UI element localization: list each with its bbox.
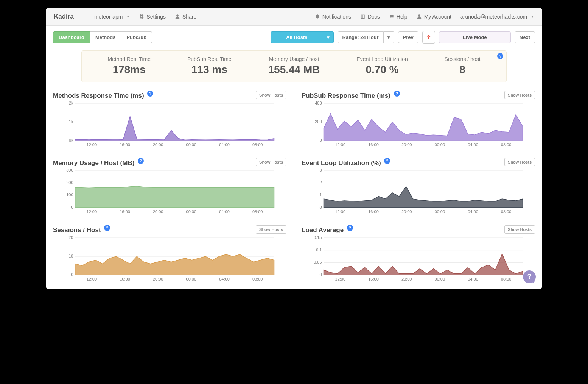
notifications-link[interactable]: Notifications [315,14,351,20]
summary-help-icon[interactable]: ? [497,53,503,59]
svg-text:12:00: 12:00 [335,209,346,214]
svg-text:12:00: 12:00 [335,277,346,281]
share-link[interactable]: Share [175,14,196,20]
summary-label: PubSub Res. Time [187,56,232,62]
svg-text:16:00: 16:00 [368,277,379,281]
help-link[interactable]: Help [389,14,408,20]
svg-text:0: 0 [319,205,322,209]
svg-text:12:00: 12:00 [87,142,97,147]
chart-pubsub: PubSub Response Time (ms) ? Show Hosts 0… [302,91,535,147]
chart-svg: 00.050.10.1512:0016:0020:0000:0004:0008:… [302,236,535,282]
svg-text:08:00: 08:00 [252,277,263,281]
charts-grid: Methods Response Time (ms) ? Show Hosts … [53,91,535,282]
svg-text:20:00: 20:00 [153,277,163,281]
svg-text:20:00: 20:00 [401,142,412,147]
show-hosts-button[interactable]: Show Hosts [256,225,286,234]
svg-text:20: 20 [68,235,73,240]
svg-text:1: 1 [319,193,322,197]
user-icon [175,14,180,19]
svg-text:2: 2 [319,180,322,185]
svg-text:00:00: 00:00 [186,142,197,147]
svg-text:20:00: 20:00 [401,209,412,214]
svg-text:16:00: 16:00 [120,142,130,147]
user-icon [417,14,422,19]
svg-text:04:00: 04:00 [468,277,478,281]
help-icon[interactable]: ? [384,158,390,164]
range-button[interactable]: Range: 24 Hour [338,31,384,43]
svg-text:300: 300 [66,168,73,172]
summary-value: 0.70 % [356,64,408,76]
host-dropdown[interactable]: ▾ [323,31,334,43]
help-icon[interactable]: ? [347,225,353,231]
svg-text:20:00: 20:00 [401,277,412,281]
settings-link[interactable]: Settings [139,14,166,20]
show-hosts-button[interactable]: Show Hosts [504,225,535,234]
help-icon[interactable]: ? [104,225,110,231]
app-selector[interactable]: meteor-apm▼ [94,14,130,20]
range-dropdown[interactable]: ▾ [384,31,394,43]
svg-text:16:00: 16:00 [368,209,379,214]
svg-text:04:00: 04:00 [468,142,478,147]
summary-value: 8 [445,64,481,76]
tab-pubsub[interactable]: Pub/Sub [121,31,152,43]
svg-text:0: 0 [319,272,322,277]
docs-link[interactable]: Docs [360,14,380,20]
svg-text:0: 0 [71,272,73,277]
chart-svg: 012312:0016:0020:0000:0004:0008:00 [302,169,535,214]
host-selector[interactable]: All Hosts ▾ [271,31,333,43]
show-hosts-button[interactable]: Show Hosts [256,158,286,166]
svg-text:20:00: 20:00 [153,209,163,214]
svg-text:04:00: 04:00 [219,142,230,147]
tabbar: Dashboard Methods Pub/Sub All Hosts ▾ Ra… [53,31,535,44]
svg-text:12:00: 12:00 [87,209,97,214]
svg-text:200: 200 [66,180,73,185]
svg-text:08:00: 08:00 [252,142,263,147]
user-menu[interactable]: arunoda@meteorhacks.com▼ [460,14,534,20]
summary-bar: ? Method Res. Time178ms PubSub Res. Time… [81,50,507,82]
help-icon[interactable]: ? [394,91,400,97]
svg-text:20:00: 20:00 [153,142,163,147]
help-icon[interactable]: ? [147,91,153,97]
tab-dashboard[interactable]: Dashboard [53,31,90,43]
svg-text:08:00: 08:00 [501,142,512,147]
chart-svg: 0k1k2k12:0016:0020:0000:0004:0008:00 [53,102,286,147]
svg-text:08:00: 08:00 [501,209,512,214]
brand: Kadira [54,13,74,20]
account-link[interactable]: My Account [417,14,451,20]
chart-memory: Memory Usage / Host (MB) ? Show Hosts 01… [53,158,286,215]
svg-text:100: 100 [66,193,73,197]
svg-text:0.15: 0.15 [314,235,322,240]
next-button[interactable]: Next [515,31,535,43]
all-hosts-button[interactable]: All Hosts [271,31,323,43]
chat-icon [389,14,394,19]
show-hosts-button[interactable]: Show Hosts [256,91,286,99]
help-icon[interactable]: ? [138,158,144,164]
svg-text:12:00: 12:00 [87,277,97,281]
show-hosts-button[interactable]: Show Hosts [504,91,535,99]
bell-icon [315,14,320,19]
live-zap-button[interactable] [422,31,435,44]
live-mode-button[interactable]: Live Mode [439,31,511,43]
svg-text:00:00: 00:00 [186,277,197,281]
show-hosts-button[interactable]: Show Hosts [504,158,535,166]
tab-methods[interactable]: Methods [90,31,121,43]
summary-label: Memory Usage / host [268,56,320,62]
svg-text:0: 0 [71,205,73,209]
svg-text:400: 400 [315,101,322,105]
gear-icon [139,14,144,19]
chart-sessions: Sessions / Host ? Show Hosts 0102012:001… [53,225,286,282]
svg-text:1k: 1k [69,119,73,124]
svg-text:00:00: 00:00 [186,209,197,214]
svg-text:04:00: 04:00 [219,277,230,281]
svg-text:16:00: 16:00 [368,142,379,147]
svg-text:2k: 2k [69,101,73,105]
prev-button[interactable]: Prev [398,31,418,43]
chart-title: PubSub Response Time (ms) ? [302,91,400,100]
svg-text:00:00: 00:00 [435,209,445,214]
zap-icon [426,34,431,39]
floating-help-button[interactable]: ? [523,270,536,283]
svg-text:08:00: 08:00 [252,209,263,214]
chart-load: Load Average ? Show Hosts 00.050.10.1512… [302,225,535,282]
topbar: Kadira meteor-apm▼ Settings Share Notifi… [46,8,542,26]
svg-text:16:00: 16:00 [120,277,130,281]
